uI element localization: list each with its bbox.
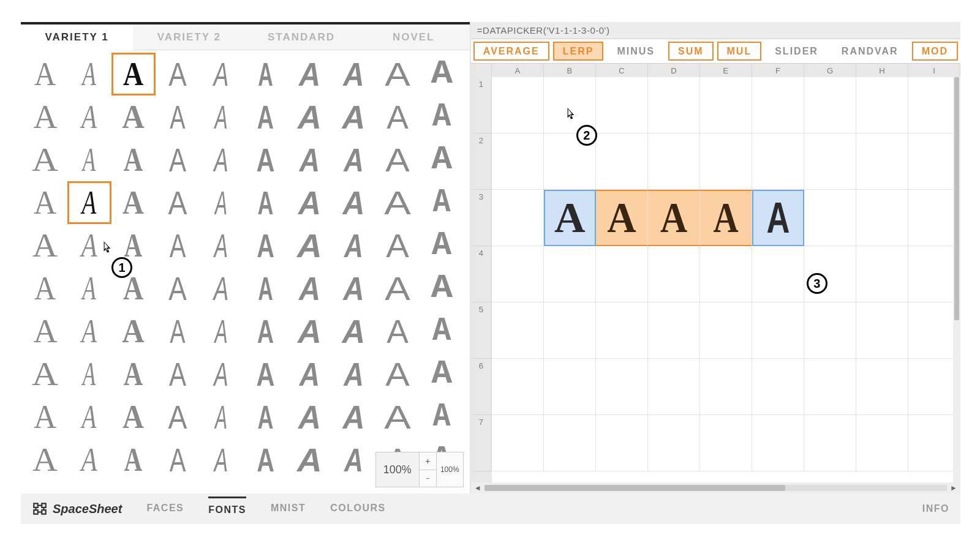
cell[interactable]	[752, 246, 804, 302]
cell[interactable]	[492, 246, 544, 302]
glyph-cell[interactable]: A	[156, 96, 200, 138]
glyph-cell[interactable]: A	[243, 53, 287, 96]
glyph-cell[interactable]: A	[331, 96, 375, 138]
glyph-cell[interactable]: A	[67, 181, 111, 224]
glyph-cell[interactable]: A	[287, 353, 331, 395]
cell[interactable]	[856, 246, 908, 302]
cell[interactable]	[856, 77, 908, 133]
glyph-cell[interactable]: A	[243, 310, 287, 353]
cell[interactable]	[804, 415, 856, 471]
row-header[interactable]: 2	[471, 133, 492, 190]
glyph-cell[interactable]: A	[420, 395, 464, 438]
cell[interactable]	[804, 133, 856, 190]
cell[interactable]	[648, 359, 700, 415]
cell[interactable]	[544, 246, 596, 302]
cell[interactable]	[596, 302, 648, 359]
glyph-cell[interactable]: A	[375, 353, 420, 395]
cell[interactable]	[856, 133, 908, 190]
glyph-cell[interactable]: A	[111, 395, 156, 438]
info-link[interactable]: INFO	[922, 503, 949, 514]
op-average[interactable]: AVERAGE	[473, 42, 549, 61]
glyph-cell[interactable]: A	[331, 353, 375, 395]
cell[interactable]	[596, 415, 648, 471]
glyph-cell[interactable]: A	[200, 181, 244, 224]
glyph-cell[interactable]: A	[200, 395, 244, 438]
glyph-cell[interactable]: A	[375, 96, 420, 138]
glyph-cell[interactable]: A	[243, 267, 287, 310]
cell[interactable]	[492, 415, 544, 471]
glyph-cell[interactable]: A	[23, 96, 67, 138]
glyph-cell[interactable]: A	[156, 138, 200, 181]
column-header[interactable]: C	[596, 64, 648, 77]
glyph-cell[interactable]: A	[67, 267, 111, 310]
column-header[interactable]: F	[752, 64, 804, 77]
vertical-scroll-thumb[interactable]	[954, 77, 959, 320]
glyph-cell[interactable]: A	[200, 310, 244, 353]
cell[interactable]	[700, 246, 752, 302]
glyph-cell[interactable]: A	[287, 224, 331, 267]
cell[interactable]	[596, 77, 648, 133]
row-header[interactable]: 7	[471, 415, 492, 471]
column-header[interactable]: B	[544, 64, 596, 77]
glyph-cell[interactable]: A	[67, 53, 111, 96]
glyph-cell[interactable]: A	[420, 353, 464, 395]
glyph-cell[interactable]: A	[287, 53, 331, 96]
cell[interactable]	[752, 77, 804, 133]
formula-bar[interactable]: =DATAPICKER('V1-1-1-3-0-0')	[471, 22, 960, 39]
glyph-cell[interactable]: A	[111, 353, 156, 395]
scroll-right-icon[interactable]: ►	[949, 484, 958, 492]
cell[interactable]	[648, 415, 700, 471]
row-header[interactable]: 3	[471, 190, 492, 246]
glyph-cell[interactable]: A	[67, 310, 111, 353]
cell[interactable]: A	[596, 190, 648, 246]
glyph-cell[interactable]: A	[331, 267, 375, 310]
cell[interactable]	[804, 302, 856, 359]
cell[interactable]	[648, 302, 700, 359]
glyph-cell[interactable]: A	[200, 53, 244, 96]
op-slider[interactable]: SLIDER	[765, 42, 828, 61]
column-header[interactable]: D	[648, 64, 700, 77]
cell[interactable]	[700, 302, 752, 359]
glyph-cell[interactable]: A	[111, 310, 156, 353]
cell[interactable]	[648, 77, 700, 133]
cell[interactable]	[752, 359, 804, 415]
cell[interactable]	[596, 246, 648, 302]
cell[interactable]	[648, 133, 700, 190]
glyph-cell[interactable]: A	[243, 224, 287, 267]
glyph-cell[interactable]: A	[375, 181, 420, 224]
glyph-cell[interactable]: A	[420, 138, 464, 181]
column-header[interactable]: A	[492, 64, 544, 77]
horizontal-scrollbar[interactable]: ◄ ►	[471, 482, 960, 493]
cell[interactable]	[752, 415, 804, 471]
glyph-cell[interactable]: A	[331, 138, 375, 181]
glyph-cell[interactable]: A	[287, 438, 331, 481]
glyph-cell[interactable]: A	[287, 96, 331, 138]
zoom-out-button[interactable]: −	[420, 470, 436, 487]
cell[interactable]	[752, 133, 804, 190]
column-header[interactable]: E	[700, 64, 752, 77]
glyph-cell[interactable]: A	[156, 53, 200, 96]
glyph-cell[interactable]: A	[111, 438, 156, 481]
glyph-cell[interactable]: A	[287, 395, 331, 438]
glyph-cell[interactable]: A	[156, 267, 200, 310]
glyph-grid[interactable]: AAAAAAAAAAAAAAAAAAAAAAAAAAAAAAAAAAAAAAAA…	[21, 50, 470, 484]
glyph-cell[interactable]: A	[156, 224, 200, 267]
scroll-left-icon[interactable]: ◄	[473, 484, 482, 492]
cell[interactable]	[596, 133, 648, 190]
cell[interactable]	[492, 133, 544, 190]
row-header[interactable]: 1	[471, 77, 492, 133]
glyph-cell[interactable]: A	[243, 181, 287, 224]
row-header[interactable]: 5	[471, 302, 492, 359]
glyph-cell[interactable]: A	[375, 395, 420, 438]
glyph-cell[interactable]: A	[156, 438, 200, 481]
footer-tab-faces[interactable]: FACES	[146, 503, 184, 515]
cell[interactable]	[856, 359, 908, 415]
horizontal-scroll-track[interactable]	[484, 485, 947, 491]
glyph-cell[interactable]: A	[111, 181, 156, 224]
footer-tab-fonts[interactable]: FONTS	[208, 497, 246, 515]
cell[interactable]	[544, 359, 596, 415]
glyph-cell[interactable]: A	[243, 96, 287, 138]
glyph-cell[interactable]: A	[331, 53, 375, 96]
glyph-cell[interactable]: A	[375, 310, 420, 353]
glyph-cell[interactable]: A	[200, 438, 244, 481]
